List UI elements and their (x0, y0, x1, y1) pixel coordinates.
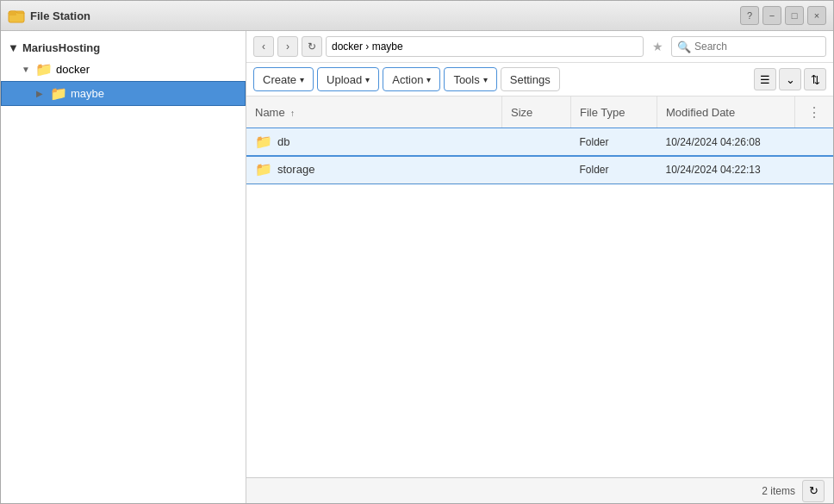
cell-size (502, 156, 571, 184)
tools-button[interactable]: Tools ▾ (444, 67, 496, 91)
cell-size (502, 128, 571, 156)
create-label: Create (263, 73, 296, 86)
folder-docker-icon: 📁 (35, 61, 53, 78)
col-filetype-header[interactable]: File Type (571, 96, 657, 128)
cell-filetype: Folder (571, 128, 657, 156)
item-count: 2 items (762, 485, 795, 497)
col-size-header[interactable]: Size (502, 96, 571, 128)
status-bar: 2 items ↻ (246, 477, 833, 503)
cell-name: 📁 db (246, 128, 502, 156)
file-name: db (277, 135, 289, 148)
search-input[interactable] (694, 40, 815, 53)
sidebar-item-docker[interactable]: ▼ 📁 docker (1, 58, 246, 81)
action-button[interactable]: Action ▾ (383, 67, 440, 91)
tools-label: Tools (453, 73, 479, 86)
sidebar-docker-label: docker (56, 63, 90, 76)
table-header-row: Name ↑ Size File Type Modified Date (246, 96, 833, 128)
collapse-arrow-icon: ▼ (8, 41, 19, 54)
refresh-nav-button[interactable]: ↻ (302, 36, 322, 57)
settings-button[interactable]: Settings (501, 67, 560, 91)
table-row[interactable]: 📁 storage Folder 10/24/2024 04:22:13 (246, 156, 833, 184)
table-row[interactable]: 📁 db Folder 10/24/2024 04:26:08 (246, 128, 833, 156)
toolbar: Create ▾ Upload ▾ Action ▾ Tools ▾ Setti… (246, 63, 833, 96)
view-controls: ☰ ⌄ ⇅ (754, 68, 826, 90)
sidebar: ▼ MariusHosting ▼ 📁 docker ▶ 📁 maybe (1, 31, 246, 503)
forward-button[interactable]: › (277, 36, 298, 57)
upload-button[interactable]: Upload ▾ (317, 67, 379, 91)
search-box: 🔍 (671, 36, 826, 57)
cell-more (795, 156, 834, 184)
search-icon: 🔍 (677, 40, 691, 53)
tools-dropdown-icon: ▾ (483, 75, 488, 84)
cell-modified: 10/24/2024 04:22:13 (657, 156, 795, 184)
help-button[interactable]: ? (740, 6, 759, 25)
favorite-button[interactable]: ★ (647, 36, 668, 57)
title-bar: File Station ? − □ × (1, 1, 833, 31)
settings-label: Settings (510, 73, 551, 86)
create-button[interactable]: Create ▾ (253, 67, 314, 91)
col-more-header: ⋮ (795, 96, 834, 128)
cell-modified: 10/24/2024 04:26:08 (657, 128, 795, 156)
col-modified-header[interactable]: Modified Date (657, 96, 795, 128)
sort-name-icon: ↑ (290, 109, 295, 118)
collapse-docker-icon: ▼ (22, 65, 32, 74)
folder-row-icon: 📁 (255, 161, 272, 177)
folder-row-icon: 📁 (255, 134, 272, 150)
sidebar-item-maybe[interactable]: ▶ 📁 maybe (1, 81, 246, 106)
back-button[interactable]: ‹ (253, 36, 274, 57)
sidebar-root-label: MariusHosting (22, 41, 100, 54)
address-bar: ‹ › ↻ ★ 🔍 (246, 31, 833, 63)
folder-maybe-icon: 📁 (50, 85, 67, 102)
cell-more (795, 128, 834, 156)
sidebar-maybe-label: maybe (71, 87, 104, 100)
main-content: ▼ MariusHosting ▼ 📁 docker ▶ 📁 maybe ‹ ›… (1, 31, 833, 503)
cell-filetype: Folder (571, 156, 657, 184)
more-cols-button[interactable]: ⋮ (804, 102, 825, 122)
sidebar-root-item[interactable]: ▼ MariusHosting (1, 38, 246, 58)
create-dropdown-icon: ▾ (300, 75, 304, 84)
expand-maybe-icon: ▶ (36, 89, 47, 98)
view-chevron-button[interactable]: ⌄ (779, 68, 801, 90)
col-name-header[interactable]: Name ↑ (246, 96, 502, 128)
list-view-button[interactable]: ☰ (754, 68, 776, 90)
main-window: File Station ? − □ × ▼ MariusHosting ▼ 📁… (0, 0, 834, 504)
address-input[interactable] (326, 36, 644, 57)
app-icon (8, 7, 25, 24)
action-dropdown-icon: ▾ (426, 75, 431, 84)
file-table: Name ↑ Size File Type Modified Date (246, 96, 833, 477)
upload-label: Upload (327, 73, 362, 86)
close-button[interactable]: × (807, 6, 826, 25)
action-label: Action (392, 73, 423, 86)
upload-dropdown-icon: ▾ (365, 75, 370, 84)
svg-rect-1 (9, 12, 16, 16)
file-name: storage (277, 163, 314, 176)
file-pane: ‹ › ↻ ★ 🔍 Create ▾ Upload ▾ (246, 31, 833, 503)
sort-button[interactable]: ⇅ (804, 68, 826, 90)
app-title: File Station (30, 9, 740, 22)
maximize-button[interactable]: □ (785, 6, 804, 25)
window-controls: ? − □ × (740, 6, 826, 25)
status-refresh-button[interactable]: ↻ (802, 480, 825, 502)
minimize-button[interactable]: − (762, 6, 781, 25)
cell-name: 📁 storage (246, 156, 502, 184)
